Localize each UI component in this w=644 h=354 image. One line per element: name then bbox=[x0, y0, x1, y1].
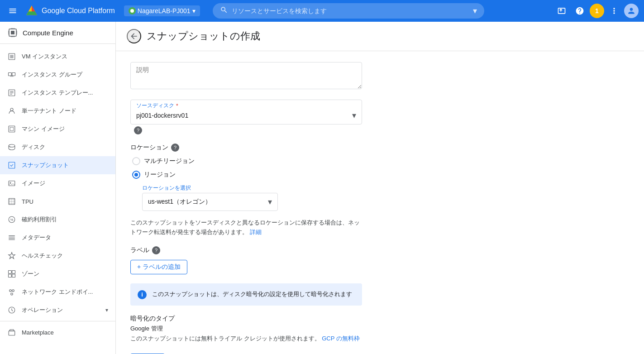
sidebar-item-instance-templates[interactable]: インスタンス テンプレー... bbox=[0, 84, 115, 102]
sidebar: Compute Engine VM インスタンス bbox=[0, 22, 116, 354]
sidebar-item-label: ヘルスチェック bbox=[22, 252, 108, 260]
main-content: スナップショットの作成 ソースディスク * pj001-dockersrv01 … bbox=[116, 22, 644, 354]
committed-use-icon: % bbox=[7, 215, 16, 224]
location-select-box[interactable]: us-west1（オレゴン） ▾ bbox=[142, 193, 278, 211]
svg-rect-28 bbox=[9, 162, 15, 168]
project-name: NagareLAB-PJ001 bbox=[138, 7, 191, 14]
svg-rect-2 bbox=[11, 31, 14, 34]
svg-point-24 bbox=[10, 108, 13, 111]
free-trial-link[interactable]: GCP の無料枠 bbox=[322, 335, 360, 342]
description-field bbox=[130, 62, 463, 91]
sidebar-item-instance-groups[interactable]: インスタンス グループ bbox=[0, 66, 115, 84]
sidebar-item-sole-tenant[interactable]: 単一テナント ノード bbox=[0, 102, 115, 120]
location-select-wrapper: ロケーションを選択 us-west1（オレゴン） ▾ bbox=[142, 184, 463, 211]
svg-point-0 bbox=[130, 9, 134, 13]
sidebar-item-snapshots[interactable]: スナップショット bbox=[0, 156, 115, 174]
sidebar-item-zones[interactable]: ゾーン bbox=[0, 265, 115, 283]
sidebar-item-images[interactable]: イメージ bbox=[0, 174, 115, 192]
source-disk-dropdown-icon[interactable]: ▾ bbox=[352, 110, 356, 120]
source-disk-field-label: ソースディスク bbox=[136, 102, 174, 110]
sidebar-item-label: イメージ bbox=[22, 179, 108, 187]
instance-groups-icon bbox=[7, 70, 16, 79]
project-selector[interactable]: NagareLAB-PJ001 ▾ bbox=[124, 5, 200, 16]
location-help-icon[interactable]: ? bbox=[171, 144, 179, 152]
page-header: スナップショットの作成 bbox=[116, 22, 644, 51]
snapshots-icon bbox=[7, 161, 16, 170]
sidebar-item-label: 単一テナント ノード bbox=[22, 107, 108, 115]
compute-engine-icon bbox=[7, 27, 18, 38]
search-dropdown-icon: ▾ bbox=[473, 6, 477, 16]
sidebar-item-label: Marketplace bbox=[22, 329, 108, 336]
info-box: i このスナップショットは、ディスク暗号化の設定を使用して暗号化されます bbox=[130, 283, 362, 306]
add-label-button[interactable]: + ラベルの追加 bbox=[130, 260, 187, 274]
sidebar-item-label: マシン イメージ bbox=[22, 125, 108, 133]
sidebar-item-label: ディスク bbox=[22, 143, 108, 151]
svg-point-44 bbox=[11, 293, 13, 295]
marketplace-icon bbox=[7, 328, 16, 337]
labels-help-icon[interactable]: ? bbox=[152, 246, 160, 254]
region-radio[interactable]: リージョン bbox=[132, 171, 463, 179]
help-icon[interactable] bbox=[572, 3, 588, 19]
free-trial-note: このスナップショットには無料トライアル クレジットが使用されます。 GCP の無… bbox=[130, 335, 463, 343]
page-title: スナップショットの作成 bbox=[147, 29, 260, 43]
images-icon bbox=[7, 179, 16, 188]
sidebar-divider bbox=[0, 321, 115, 321]
source-disk-value: pj001-dockersrv01 bbox=[136, 112, 352, 119]
source-disk-field: ソースディスク * pj001-dockersrv01 ▾ ? bbox=[130, 100, 463, 134]
sidebar-item-label: ゾーン bbox=[22, 270, 108, 278]
sidebar-item-vm-instances[interactable]: VM インスタンス bbox=[0, 48, 115, 66]
sidebar-item-machine-images[interactable]: マシン イメージ bbox=[0, 120, 115, 138]
disks-icon bbox=[7, 143, 16, 152]
project-dropdown-icon: ▾ bbox=[192, 7, 196, 14]
location-note-link[interactable]: 詳細 bbox=[250, 229, 262, 235]
labels-section: ラベル ? + ラベルの追加 bbox=[130, 246, 463, 274]
project-icon bbox=[129, 7, 136, 14]
sidebar-item-network-endpoints[interactable]: ネットワーク エンドポイ... bbox=[0, 283, 115, 301]
network-endpoints-icon bbox=[7, 287, 16, 297]
location-note: このスナップショットをソースディスクと異なるロケーションに保存する場合は、ネット… bbox=[130, 218, 362, 237]
info-text: このスナップショットは、ディスク暗号化の設定を使用して暗号化されます bbox=[152, 290, 352, 299]
multi-region-radio-circle bbox=[132, 157, 140, 165]
sidebar-item-committed-use[interactable]: % 確約利用割引 bbox=[0, 210, 115, 229]
svg-rect-19 bbox=[10, 76, 14, 77]
app-logo: Google Cloud Platform bbox=[25, 5, 115, 17]
location-select-dropdown-icon: ▾ bbox=[268, 197, 272, 207]
sidebar-item-disks[interactable]: ディスク bbox=[0, 138, 115, 156]
operations-chevron-icon: ▾ bbox=[105, 307, 108, 313]
sidebar-item-tpu[interactable]: TPU bbox=[0, 192, 115, 210]
svg-rect-39 bbox=[12, 271, 15, 274]
operations-icon bbox=[7, 306, 16, 315]
info-icon: i bbox=[138, 290, 147, 299]
user-avatar[interactable] bbox=[624, 4, 639, 18]
search-input[interactable] bbox=[232, 7, 469, 14]
sidebar-item-label: インスタンス グループ bbox=[22, 71, 108, 79]
menu-hamburger[interactable] bbox=[5, 4, 20, 18]
sidebar-item-health-checks[interactable]: ヘルスチェック bbox=[0, 247, 115, 265]
svg-rect-16 bbox=[10, 55, 14, 58]
back-button[interactable] bbox=[127, 29, 141, 43]
svg-text:%: % bbox=[10, 218, 14, 222]
sidebar-item-label: オペレーション bbox=[22, 306, 100, 314]
app-title: Google Cloud Platform bbox=[42, 7, 115, 15]
sidebar-nav: VM インスタンス インスタンス グループ bbox=[0, 44, 115, 354]
source-disk-help-button[interactable]: ? bbox=[134, 126, 142, 134]
multi-region-label: マルチリージョン bbox=[144, 157, 195, 165]
sidebar-item-marketplace[interactable]: Marketplace bbox=[0, 323, 115, 341]
svg-rect-18 bbox=[12, 73, 15, 76]
description-textarea[interactable] bbox=[130, 62, 362, 89]
sidebar-item-operations[interactable]: オペレーション ▾ bbox=[0, 301, 115, 319]
health-checks-icon bbox=[7, 251, 16, 260]
sidebar-item-label: メタデータ bbox=[22, 234, 108, 242]
notification-badge[interactable]: 1 bbox=[590, 4, 604, 18]
sidebar-item-metadata[interactable]: メタデータ bbox=[0, 229, 115, 247]
multi-region-radio[interactable]: マルチリージョン bbox=[132, 157, 463, 165]
more-options-icon[interactable] bbox=[606, 3, 622, 19]
svg-rect-17 bbox=[9, 73, 12, 76]
labels-section-title: ラベル ? bbox=[130, 246, 463, 254]
location-section-title: ロケーション ? bbox=[130, 144, 463, 152]
encryption-type: Google 管理 bbox=[130, 325, 463, 333]
machine-images-icon bbox=[7, 124, 16, 134]
svg-point-42 bbox=[10, 290, 12, 292]
location-select-value: us-west1（オレゴン） bbox=[148, 198, 268, 206]
cloud-shell-icon[interactable] bbox=[553, 3, 570, 19]
